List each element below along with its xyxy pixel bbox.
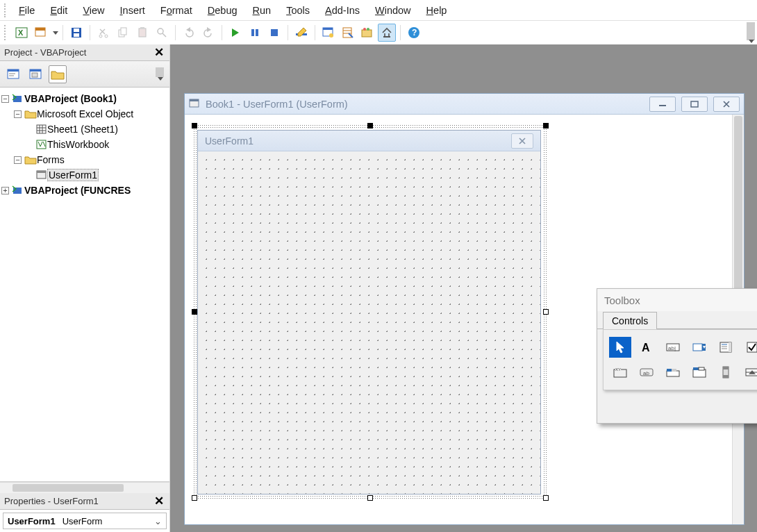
left-pane: Project - VBAProject ✕ − VBAProject (Boo… xyxy=(0,44,170,532)
ctl-checkbox[interactable] xyxy=(741,337,757,358)
svg-rect-55 xyxy=(693,344,702,351)
ctl-spinbutton[interactable] xyxy=(741,362,757,383)
designer-maximize-button[interactable] xyxy=(681,97,708,112)
menu-help[interactable]: Help xyxy=(420,2,454,19)
main-area: Project - VBAProject ✕ − VBAProject (Boo… xyxy=(0,44,757,532)
tree-sheet1[interactable]: Sheet1 (Sheet1) xyxy=(47,124,118,135)
svg-rect-74 xyxy=(672,369,676,372)
view-object-button[interactable] xyxy=(26,65,44,83)
menu-edit[interactable]: Edit xyxy=(44,2,74,19)
undo-button[interactable] xyxy=(180,24,198,42)
ctl-scrollbar[interactable] xyxy=(715,362,737,383)
svg-point-26 xyxy=(363,28,366,31)
svg-rect-11 xyxy=(139,28,146,37)
properties-panel-close[interactable]: ✕ xyxy=(151,494,167,508)
insert-dropdown-icon[interactable] xyxy=(53,31,58,35)
project-hscrollbar[interactable] xyxy=(0,482,169,493)
ctl-tabstrip[interactable] xyxy=(662,362,684,383)
svg-rect-61 xyxy=(729,342,731,352)
redo-button[interactable] xyxy=(199,24,217,42)
ctl-listbox[interactable] xyxy=(715,337,737,358)
properties-panel-title: Properties - UserForm1 xyxy=(4,496,99,506)
find-button[interactable] xyxy=(153,24,171,42)
svg-rect-10 xyxy=(121,28,126,35)
userform-titlebar: UserForm1 xyxy=(198,131,540,151)
toolbox-button[interactable] xyxy=(378,24,396,42)
svg-rect-15 xyxy=(251,29,254,36)
svg-rect-39 xyxy=(37,125,46,133)
userform-icon xyxy=(36,170,47,180)
project-explorer-button[interactable] xyxy=(319,24,338,42)
ctl-label[interactable]: A xyxy=(635,337,658,358)
tree-forms-folder[interactable]: Forms xyxy=(37,154,65,165)
userform-design-surface[interactable] xyxy=(198,151,540,494)
ctl-multipage[interactable] xyxy=(688,362,710,383)
svg-rect-3 xyxy=(35,28,45,31)
ctl-textbox[interactable]: ab| xyxy=(662,337,684,358)
tree-thisworkbook[interactable]: ThisWorkbook xyxy=(47,139,109,150)
object-browser-button[interactable] xyxy=(358,24,376,42)
tree-vbaproject-book1[interactable]: VBAProject (Book1) xyxy=(24,93,117,104)
svg-text:XY: XY xyxy=(615,367,621,372)
menu-view[interactable]: View xyxy=(76,2,110,19)
toolbox-tab-controls[interactable]: Controls xyxy=(603,312,657,329)
svg-rect-20 xyxy=(323,28,333,30)
copy-button[interactable] xyxy=(114,24,132,42)
svg-point-27 xyxy=(367,28,369,31)
designer-close-button[interactable] xyxy=(713,97,740,112)
properties-object-type: UserForm xyxy=(60,516,103,526)
insert-userform-button[interactable] xyxy=(32,24,50,42)
menu-run[interactable]: Run xyxy=(247,2,278,19)
svg-rect-51 xyxy=(691,101,698,107)
tree-userform1[interactable]: UserForm1 xyxy=(47,169,99,181)
reset-button[interactable] xyxy=(265,24,283,42)
toggle-folders-button[interactable] xyxy=(49,65,67,83)
properties-window-button[interactable] xyxy=(339,24,357,42)
toolbox-header[interactable]: Toolbox × xyxy=(597,289,757,311)
userform-close-button[interactable] xyxy=(511,133,533,149)
menu-window[interactable]: Window xyxy=(369,2,417,19)
menu-debug[interactable]: Debug xyxy=(201,2,244,19)
menu-addins[interactable]: Add-Ins xyxy=(319,2,366,19)
standard-toolbar: X ? xyxy=(0,21,757,44)
break-button[interactable] xyxy=(246,24,264,42)
toolbar-overflow[interactable] xyxy=(746,21,756,44)
ctl-pointer[interactable] xyxy=(609,337,631,358)
properties-object-select[interactable]: UserForm1 UserForm ⌄ xyxy=(3,513,167,529)
toolbox-tabs: Controls xyxy=(597,311,757,329)
menu-insert[interactable]: Insert xyxy=(114,2,151,19)
design-mode-button[interactable] xyxy=(292,24,310,42)
run-button[interactable] xyxy=(226,24,244,42)
tree-vbaproject-funcres[interactable]: VBAProject (FUNCRES xyxy=(24,185,131,196)
designer-minimize-button[interactable] xyxy=(649,97,676,112)
menu-format[interactable]: Format xyxy=(154,2,199,19)
svg-rect-49 xyxy=(190,99,199,101)
svg-line-14 xyxy=(163,33,166,37)
ctl-frame[interactable]: XY xyxy=(609,362,631,383)
cut-button[interactable] xyxy=(94,24,113,42)
paste-button[interactable] xyxy=(133,24,151,42)
svg-rect-72 xyxy=(667,371,679,376)
view-excel-button[interactable]: X xyxy=(13,24,31,42)
tree-excel-objects[interactable]: Microsoft Excel Object xyxy=(37,108,133,119)
vba-project-icon xyxy=(12,185,24,196)
project-tree[interactable]: − VBAProject (Book1) − Microsoft Excel O… xyxy=(0,88,169,482)
ctl-combobox[interactable] xyxy=(688,337,710,358)
menu-tools[interactable]: Tools xyxy=(280,2,316,19)
view-code-button[interactable] xyxy=(4,65,22,83)
project-toolbar-overflow[interactable] xyxy=(154,64,165,85)
save-button[interactable] xyxy=(67,24,85,42)
ctl-commandbutton[interactable]: ab xyxy=(635,362,658,383)
svg-point-21 xyxy=(329,33,333,38)
designer-titlebar[interactable]: Book1 - UserForm1 (UserForm) xyxy=(185,94,744,115)
help-button[interactable]: ? xyxy=(405,24,423,42)
designer-window-title: Book1 - UserForm1 (UserForm) xyxy=(206,99,348,110)
userform-caption: UserForm1 xyxy=(205,135,253,147)
menu-bar: File Edit View Insert Format Debug Run T… xyxy=(0,0,757,21)
project-panel-close[interactable]: ✕ xyxy=(151,45,167,60)
userform-canvas[interactable]: UserForm1 xyxy=(197,130,541,494)
project-panel-toolbar xyxy=(0,61,169,88)
worksheet-icon xyxy=(36,124,47,134)
menu-file[interactable]: File xyxy=(13,2,41,19)
toolbox-window[interactable]: Toolbox × Controls A ab| XY ab xyxy=(597,288,757,424)
